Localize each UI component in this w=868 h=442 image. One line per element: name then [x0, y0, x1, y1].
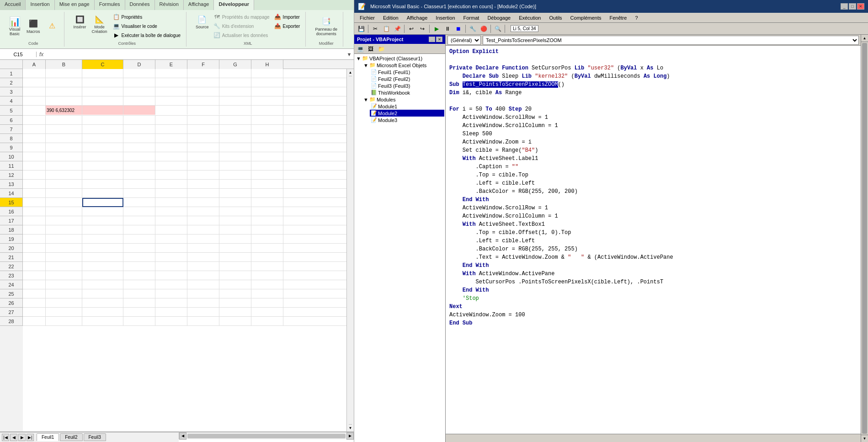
- cell-h15[interactable]: [251, 198, 283, 207]
- sheet-tab-feuil1[interactable]: Feuil1: [37, 433, 59, 441]
- cell-e7[interactable]: [155, 125, 187, 134]
- vba-tb-pause[interactable]: ⏸: [442, 24, 453, 33]
- col-header-e[interactable]: E: [155, 60, 187, 69]
- exporter-button[interactable]: 📤 Exporter: [272, 22, 302, 30]
- cell-e8[interactable]: [155, 134, 187, 143]
- formula-expand-button[interactable]: ▼: [345, 52, 354, 57]
- cell-g1[interactable]: [219, 69, 251, 78]
- cell-g14[interactable]: [219, 189, 251, 198]
- cell-b1[interactable]: [46, 69, 82, 78]
- cell-c11[interactable]: [82, 161, 123, 170]
- cell-d12[interactable]: [123, 170, 155, 180]
- vba-tb-save[interactable]: 💾: [356, 24, 366, 33]
- vba-tb-undo[interactable]: ↩: [406, 24, 416, 33]
- macros-button[interactable]: ⬛ Macros: [25, 17, 42, 35]
- cell-g13[interactable]: [219, 180, 251, 189]
- row-header-18[interactable]: 18: [0, 225, 23, 234]
- cell-g7[interactable]: [219, 125, 251, 134]
- row-header-10[interactable]: 10: [0, 152, 23, 161]
- formula-input[interactable]: [46, 52, 345, 57]
- cell-h2[interactable]: [251, 78, 283, 87]
- tree-item-feuil1[interactable]: 📄 Feuil1 (Feuil1): [370, 69, 444, 75]
- cell-a4[interactable]: [23, 96, 46, 106]
- vba-scrollbar-thumb[interactable]: [862, 43, 867, 434]
- cell-f9[interactable]: [187, 143, 219, 152]
- executer-button[interactable]: ▶ Exécuter la boîte de dialogue: [111, 31, 183, 39]
- vba-tb-stop[interactable]: ⏹: [453, 24, 463, 33]
- row-header-20[interactable]: 20: [0, 244, 23, 253]
- row-header-15[interactable]: 15: [0, 198, 23, 207]
- vba-menu-outils[interactable]: Outils: [545, 14, 565, 21]
- tree-item-feuil3[interactable]: 📄 Feuil3 (Feuil3): [370, 82, 444, 89]
- source-button[interactable]: 📄 Source: [194, 13, 211, 31]
- cell-c2[interactable]: [82, 78, 123, 87]
- cell-g10[interactable]: [219, 152, 251, 161]
- row-header-27[interactable]: 27: [0, 308, 23, 317]
- vertical-scrollbar[interactable]: ▲ ▼: [346, 69, 354, 431]
- visual-basic-button[interactable]: 📊 VisualBasic: [6, 15, 23, 37]
- cell-c4[interactable]: [82, 96, 123, 106]
- col-header-f[interactable]: F: [187, 60, 219, 69]
- row-header-17[interactable]: 17: [0, 216, 23, 225]
- vba-menu-execution[interactable]: Exécution: [515, 14, 544, 21]
- tab-insertion[interactable]: Insertion: [26, 0, 54, 10]
- cell-d7[interactable]: [123, 125, 155, 134]
- mode-creation-button[interactable]: 📐 ModeCréation: [90, 13, 109, 35]
- scrollbar-h-thumb[interactable]: [187, 434, 346, 438]
- row-header-13[interactable]: 13: [0, 180, 23, 189]
- cell-a1[interactable]: [23, 69, 46, 78]
- cell-a3[interactable]: [23, 87, 46, 96]
- cell-b5[interactable]: 390 6,632302: [46, 106, 82, 115]
- vba-project-view-code[interactable]: 💻: [355, 44, 365, 53]
- row-header-14[interactable]: 14: [0, 189, 23, 198]
- cell-b3[interactable]: [46, 87, 82, 96]
- vba-code-editor[interactable]: Option Explicit Private Declare Function…: [446, 46, 861, 434]
- tab-donnees[interactable]: Données: [125, 0, 155, 10]
- cell-e10[interactable]: [155, 152, 187, 161]
- row-header-21[interactable]: 21: [0, 253, 23, 262]
- cell-b4[interactable]: [46, 96, 82, 106]
- row-header-22[interactable]: 22: [0, 262, 23, 271]
- vba-object-dropdown[interactable]: (Général): [447, 36, 481, 45]
- row-header-24[interactable]: 24: [0, 280, 23, 289]
- cell-b8[interactable]: [46, 134, 82, 143]
- row-header-2[interactable]: 2: [0, 78, 23, 87]
- tree-item-feuil2[interactable]: 📄 Feuil2 (Feuil2): [370, 75, 444, 82]
- tree-item-module2[interactable]: 📝 Module2: [370, 110, 444, 117]
- sheet-nav-next[interactable]: ▶: [18, 434, 26, 441]
- warning-button[interactable]: ⚠: [44, 20, 60, 33]
- inserer-button[interactable]: 🔲 Insérer: [72, 13, 88, 31]
- row-header-28[interactable]: 28: [0, 317, 23, 326]
- cell-e14[interactable]: [155, 189, 187, 198]
- vba-tb-cut[interactable]: ✂: [370, 24, 380, 33]
- cell-d2[interactable]: [123, 78, 155, 87]
- row-header-6[interactable]: 6: [0, 116, 23, 125]
- vba-tb-mode[interactable]: 🔧: [468, 24, 478, 33]
- cell-f4[interactable]: [187, 96, 219, 106]
- row-header-8[interactable]: 8: [0, 134, 23, 143]
- cell-d5[interactable]: [123, 106, 155, 115]
- cell-f7[interactable]: [187, 125, 219, 134]
- cell-f10[interactable]: [187, 152, 219, 161]
- vba-menu-format[interactable]: Format: [460, 14, 483, 21]
- importer-button[interactable]: 📥 Importer: [272, 13, 302, 21]
- cell-e15[interactable]: [155, 198, 187, 207]
- cell-b9[interactable]: [46, 143, 82, 152]
- cell-d10[interactable]: [123, 152, 155, 161]
- actualiser-button[interactable]: 🔄 Actualiser les données: [212, 31, 272, 39]
- row-header-4[interactable]: 4: [0, 96, 23, 106]
- cell-d14[interactable]: [123, 189, 155, 198]
- cell-g12[interactable]: [219, 170, 251, 180]
- cell-c12[interactable]: [82, 170, 123, 180]
- cell-a14[interactable]: [23, 189, 46, 198]
- row-header-12[interactable]: 12: [0, 170, 23, 180]
- cell-h14[interactable]: [251, 189, 283, 198]
- cell-f3[interactable]: [187, 87, 219, 96]
- vba-tb-break[interactable]: 🔴: [479, 24, 489, 33]
- cell-a15[interactable]: [23, 198, 46, 207]
- cell-f14[interactable]: [187, 189, 219, 198]
- tree-item-excel-objets[interactable]: ▼ 📁 Microsoft Excel Objets: [362, 62, 444, 69]
- vba-menu-help[interactable]: ?: [631, 14, 641, 21]
- cell-h8[interactable]: [251, 134, 283, 143]
- cell-e4[interactable]: [155, 96, 187, 106]
